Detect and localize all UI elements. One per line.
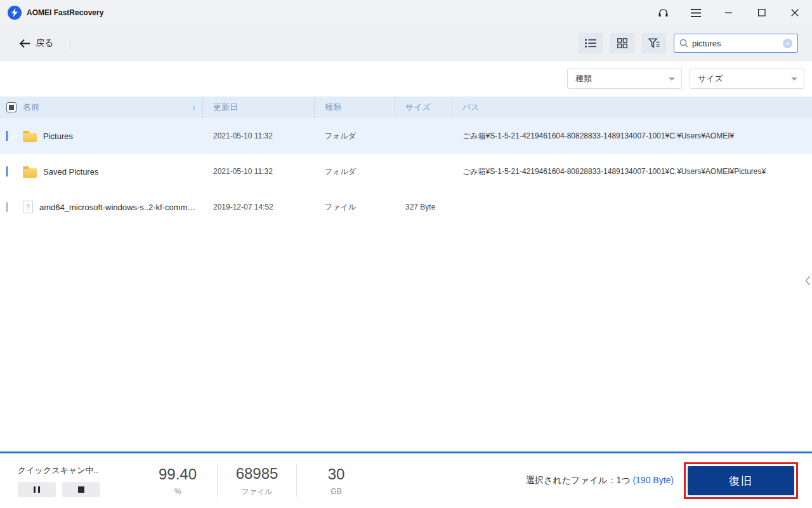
grid-view-button[interactable] (610, 33, 634, 53)
file-type: フォルダ (315, 166, 395, 177)
column-header-name[interactable]: 名前 ↑ (23, 97, 203, 118)
table-row[interactable]: amd64_microsoft-windows-s..2-kf-commonpi… (0, 189, 812, 225)
folder-icon (23, 168, 37, 178)
minimize-button[interactable] (722, 6, 736, 20)
file-size: 327 Byte (395, 203, 452, 211)
collapse-panel-chevron-icon[interactable] (805, 276, 811, 286)
app-window: AOMEI FastRecovery 戻る (0, 0, 812, 508)
support-headset-icon[interactable] (656, 6, 670, 20)
filter-funnel-icon (648, 38, 660, 48)
file-name: Saved Pictures (43, 167, 98, 177)
scan-percent-stat: 99.40 % (138, 465, 217, 496)
back-label: 戻る (36, 37, 53, 49)
maximize-button[interactable] (755, 6, 769, 20)
row-checkbox[interactable] (6, 202, 8, 212)
size-value: 30 (328, 465, 345, 483)
column-header-type[interactable]: 種類 (315, 97, 395, 118)
file-modified: 2021-05-10 11:32 (203, 131, 315, 140)
app-logo-icon (8, 6, 22, 20)
scan-files-stat: 68985 ファイル (218, 465, 296, 497)
row-checkbox[interactable] (6, 166, 8, 177)
column-header-modified[interactable]: 更新日 (203, 97, 315, 118)
selected-files-label: 選択されたファイル：1つ (526, 475, 630, 485)
file-modified: 2019-12-07 14:52 (203, 203, 315, 211)
menu-hamburger-icon[interactable] (689, 6, 703, 20)
size-unit: GB (331, 487, 341, 496)
selected-files-size: (190 Byte) (632, 475, 674, 485)
file-path: ごみ箱¥S-1-5-21-4219461604-80828833-1489134… (452, 166, 812, 177)
list-view-icon (585, 39, 596, 48)
table-row[interactable]: Saved Pictures 2021-05-10 11:32 フォルダ ごみ箱… (0, 154, 812, 189)
grid-view-icon (617, 38, 627, 48)
search-box: ✕ (674, 34, 798, 53)
chevron-down-icon (669, 77, 675, 81)
type-filter-dropdown[interactable]: 種類 (567, 69, 682, 89)
status-bar: クイックスキャン中.. 99.40 % 68985 ファイル 30 GB (0, 451, 812, 508)
sort-ascending-icon[interactable]: ↑ (192, 103, 197, 112)
select-all-checkbox[interactable] (6, 102, 16, 112)
folder-icon (23, 133, 37, 142)
toolbar: 戻る ✕ (0, 25, 812, 61)
scan-status-text: クイックスキャン中.. (18, 465, 138, 476)
filter-button[interactable] (642, 33, 666, 53)
search-input[interactable] (692, 39, 779, 48)
file-name: amd64_microsoft-windows-s..2-kf-commonpi… (39, 203, 197, 212)
file-modified: 2021-05-10 11:32 (203, 167, 315, 176)
files-unit: ファイル (241, 486, 272, 497)
list-view-button[interactable] (579, 33, 603, 53)
back-arrow-icon (19, 39, 30, 48)
unknown-file-icon (23, 201, 33, 213)
selected-files-summary: 選択されたファイル：1つ (190 Byte) (526, 475, 674, 486)
chevron-down-icon (791, 77, 797, 81)
type-filter-label: 種類 (575, 73, 592, 84)
filter-row: 種類 サイズ (0, 61, 812, 97)
app-title: AOMEI FastRecovery (27, 8, 103, 17)
results-panel: 種類 サイズ 名前 ↑ 更新日 種類 サイズ パス (0, 61, 812, 451)
highlight-annotation: 復旧 (684, 462, 798, 499)
header-checkbox-cell (0, 97, 23, 118)
table-header: 名前 ↑ 更新日 種類 サイズ パス (0, 97, 812, 118)
column-header-size[interactable]: サイズ (395, 97, 452, 118)
close-button[interactable] (788, 6, 802, 20)
file-type: フォルダ (315, 131, 395, 142)
file-path: ごみ箱¥S-1-5-21-4219461604-80828833-1489134… (452, 131, 812, 142)
toolbar-divider (70, 37, 70, 50)
recover-button[interactable]: 復旧 (688, 466, 794, 495)
percent-unit: % (174, 487, 181, 496)
stop-icon (78, 486, 84, 493)
table-row[interactable]: Pictures 2021-05-10 11:32 フォルダ ごみ箱¥S-1-5… (0, 118, 812, 154)
column-header-path[interactable]: パス (452, 97, 812, 118)
search-icon (679, 39, 688, 48)
search-clear-icon[interactable]: ✕ (783, 39, 792, 48)
row-checkbox[interactable] (6, 131, 8, 141)
size-filter-label: サイズ (698, 73, 723, 84)
file-name: Pictures (43, 131, 73, 141)
size-filter-dropdown[interactable]: サイズ (690, 69, 804, 89)
scan-size-stat: 30 GB (297, 465, 376, 496)
titlebar: AOMEI FastRecovery (0, 0, 812, 25)
files-value: 68985 (236, 465, 278, 483)
file-type: ファイル (315, 202, 395, 213)
pause-scan-button[interactable] (18, 482, 56, 497)
stop-scan-button[interactable] (62, 482, 100, 497)
percent-value: 99.40 (159, 465, 197, 483)
pause-icon (34, 486, 36, 493)
back-button[interactable]: 戻る (19, 37, 53, 49)
